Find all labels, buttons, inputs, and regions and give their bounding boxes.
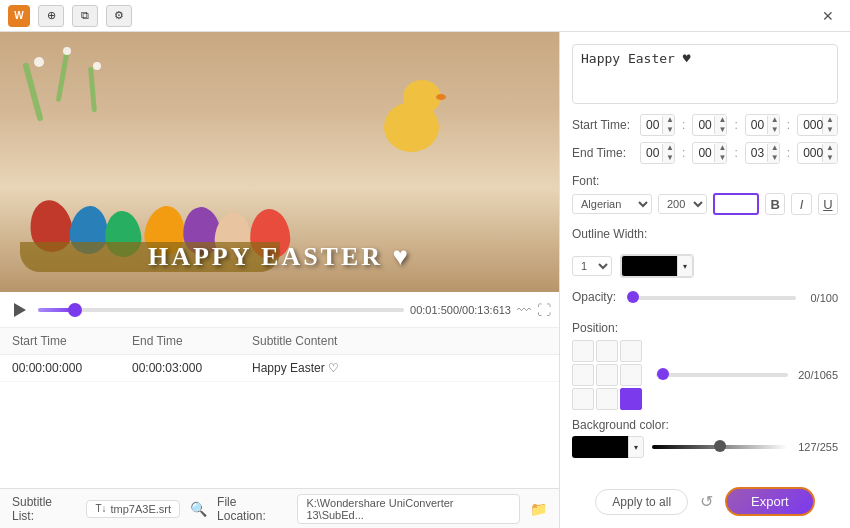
play-button[interactable] [8,298,32,322]
end-h-up[interactable]: ▲ [663,143,675,153]
pos-cell-bc[interactable] [596,388,618,410]
start-m-down[interactable]: ▼ [715,125,727,135]
pos-cell-bl[interactable] [572,388,594,410]
end-time-ms-spinner[interactable]: 000 ▲ ▼ [797,142,838,164]
start-ms-value: 000 [798,116,823,134]
subtitle-filename: tmp7A3E.srt [111,503,172,515]
bg-opacity-thumb[interactable] [714,440,726,452]
progress-bar[interactable] [38,308,404,312]
opacity-value: 0/100 [802,292,838,304]
underline-button[interactable]: U [818,193,838,215]
end-s-down[interactable]: ▼ [768,153,780,163]
start-h-up[interactable]: ▲ [663,115,675,125]
subtitle-file-tag[interactable]: T↓ tmp7A3E.srt [86,500,180,518]
pos-cell-tr[interactable] [620,340,642,362]
end-ms-up[interactable]: ▲ [823,143,837,153]
start-m-arrows[interactable]: ▲ ▼ [715,115,727,135]
sep3: : [786,118,791,132]
start-ms-up[interactable]: ▲ [823,115,837,125]
pos-cell-mc[interactable] [596,364,618,386]
start-time-s-spinner[interactable]: 00 ▲ ▼ [745,114,780,136]
col-start-time: Start Time [12,334,132,348]
outline-width-select[interactable]: 1 [572,256,612,276]
settings-button[interactable]: ⚙ [106,5,132,27]
refresh-icon[interactable]: ↺ [700,492,713,511]
apply-to-all-button[interactable]: Apply to all [595,489,688,515]
add-media-button[interactable]: ⊕ [38,5,64,27]
folder-icon[interactable]: 📁 [530,501,547,517]
start-time-h-spinner[interactable]: 00 ▲ ▼ [640,114,675,136]
start-s-down[interactable]: ▼ [768,125,780,135]
bg-opacity-slider[interactable] [652,445,788,449]
opacity-label: Opacity: [572,290,627,304]
start-ms-down[interactable]: ▼ [823,125,837,135]
end-s-up[interactable]: ▲ [768,143,780,153]
italic-button[interactable]: I [791,193,811,215]
pos-cell-br[interactable] [620,388,642,410]
position-slider[interactable] [656,373,788,377]
outline-label: Outline Width: [572,227,647,241]
bg-color-control[interactable]: ▾ [572,436,644,458]
file-path-tag[interactable]: K:\Wondershare UniConverter 13\SubEd... [297,494,520,524]
end-time-h-spinner[interactable]: 00 ▲ ▼ [640,142,675,164]
export-button[interactable]: Export [725,487,815,516]
close-button[interactable]: ✕ [814,4,842,28]
end-time-s-spinner[interactable]: 03 ▲ ▼ [745,142,780,164]
pos-cell-ml[interactable] [572,364,594,386]
end-s-arrows[interactable]: ▲ ▼ [768,143,780,163]
bottom-actions: Apply to all ↺ Export [572,479,838,516]
end-m-down[interactable]: ▼ [715,153,727,163]
expand-icon[interactable]: ⛶ [537,302,551,318]
font-color-swatch[interactable] [713,193,759,215]
search-subtitle-button[interactable]: 🔍 [190,501,207,517]
font-size-select[interactable]: 200 [658,194,707,214]
start-time-ms-spinner[interactable]: 000 ▲ ▼ [797,114,838,136]
bold-button[interactable]: B [765,193,785,215]
clip-button[interactable]: ⧉ [72,5,98,27]
end-ms-value: 000 [798,144,823,162]
font-name-select[interactable]: Algerian [572,194,652,214]
outline-color-control[interactable]: ▾ [620,254,694,278]
start-m-up[interactable]: ▲ [715,115,727,125]
start-s-arrows[interactable]: ▲ ▼ [768,115,780,135]
position-row: 20/1065 [572,340,838,410]
start-s-up[interactable]: ▲ [768,115,780,125]
chick-beak [436,94,446,100]
end-ms-down[interactable]: ▼ [823,153,837,163]
bottom-bar: Subtitle List: T↓ tmp7A3E.srt 🔍 File Loc… [0,488,559,528]
table-row[interactable]: 00:00:00:000 00:00:03:000 Happy Easter ♡ [0,355,559,382]
end-h-down[interactable]: ▼ [663,153,675,163]
position-thumb[interactable] [657,368,669,380]
start-h-down[interactable]: ▼ [663,125,675,135]
title-bar-left: W ⊕ ⧉ ⚙ [8,5,132,27]
flowers-area [10,52,210,132]
subtitle-text-input[interactable]: Happy Easter ♥ [572,44,838,104]
bg-opacity-value: 127/255 [796,441,838,453]
row-start-time: 00:00:00:000 [12,361,132,375]
opacity-thumb[interactable] [627,291,639,303]
opacity-slider[interactable] [633,296,796,300]
pos-cell-mr[interactable] [620,364,642,386]
progress-thumb[interactable] [68,303,82,317]
start-time-m-spinner[interactable]: 00 ▲ ▼ [692,114,727,136]
end-m-arrows[interactable]: ▲ ▼ [715,143,727,163]
bg-color-swatch[interactable] [572,436,632,458]
sep1: : [681,118,686,132]
end-m-up[interactable]: ▲ [715,143,727,153]
file-path-text: K:\Wondershare UniConverter 13\SubEd... [306,497,511,521]
start-h-arrows[interactable]: ▲ ▼ [663,115,675,135]
end-ms-arrows[interactable]: ▲ ▼ [823,143,837,163]
settings-icon: ⚙ [114,9,124,22]
end-h-arrows[interactable]: ▲ ▼ [663,143,675,163]
pos-cell-tl[interactable] [572,340,594,362]
outline-color-swatch[interactable] [621,255,681,277]
position-grid[interactable] [572,340,642,410]
right-panel: Happy Easter ♥ Start Time: 00 ▲ ▼ : 00 ▲… [560,32,850,528]
row-end-time: 00:00:03:000 [132,361,252,375]
outline-color-dropdown[interactable]: ▾ [677,255,693,277]
start-ms-arrows[interactable]: ▲ ▼ [823,115,837,135]
end-time-m-spinner[interactable]: 00 ▲ ▼ [692,142,727,164]
bg-color-dropdown[interactable]: ▾ [628,436,644,458]
title-bar: W ⊕ ⧉ ⚙ ✕ [0,0,850,32]
pos-cell-tc[interactable] [596,340,618,362]
